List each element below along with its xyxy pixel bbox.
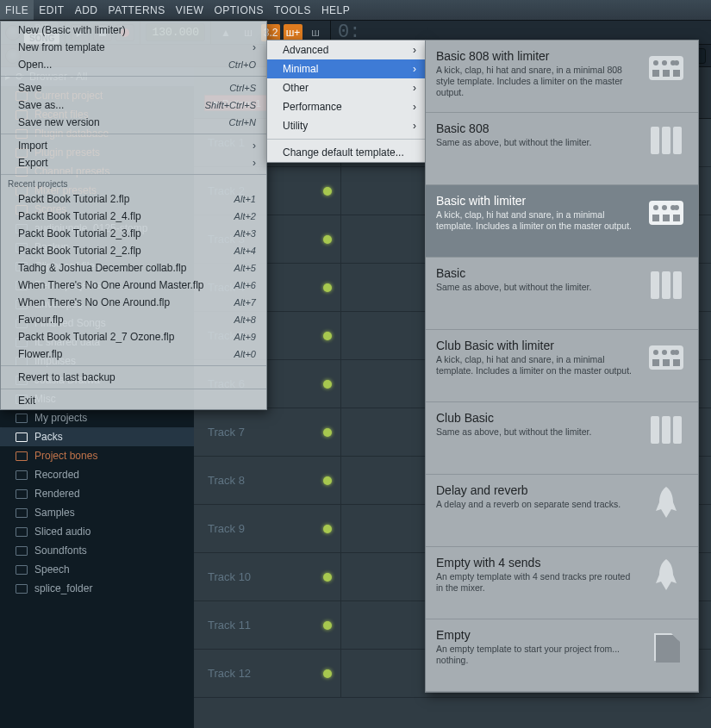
loop-icon[interactable]: ш xyxy=(306,24,325,41)
menu-item-label: Save xyxy=(18,82,41,94)
template-description: A kick, clap, hi hat and snare, in a min… xyxy=(436,209,636,232)
menu-item[interactable]: Tadhg & Joshua December collab.flpAlt+5 xyxy=(1,259,266,277)
template-title: Basic 808 xyxy=(436,121,636,135)
category-label: Change default template... xyxy=(283,146,404,159)
template-category-item[interactable]: Performance› xyxy=(267,97,425,116)
folder-icon xyxy=(16,470,28,480)
menu-shortcut: Alt+6 xyxy=(234,280,256,290)
menu-view[interactable]: VIEW xyxy=(171,0,209,20)
menu-item[interactable]: Packt Book Tutorial 2_2.flpAlt+4 xyxy=(1,242,266,259)
menu-edit[interactable]: EDIT xyxy=(34,0,69,20)
menu-add[interactable]: ADD xyxy=(70,0,103,20)
track-enable-dot[interactable] xyxy=(323,235,332,244)
template-title: Basic with limiter xyxy=(436,194,636,208)
menu-item[interactable]: SaveCtrl+S xyxy=(1,79,266,96)
blend-icon[interactable]: ш+ xyxy=(284,24,302,41)
template-item[interactable]: Club Basic with limiterA kick, clap, hi … xyxy=(426,330,698,402)
track-enable-dot[interactable] xyxy=(323,428,332,437)
browser-item[interactable]: Samples xyxy=(0,503,194,522)
category-label: Advanced xyxy=(283,44,328,56)
menu-item[interactable]: Packt Book Tutorial 2_4.flpAlt+2 xyxy=(1,208,266,225)
template-category-item[interactable]: Minimal› xyxy=(267,59,425,78)
menu-item[interactable]: Packt Book Tutorial 2.flpAlt+1 xyxy=(1,190,266,208)
track-enable-dot[interactable] xyxy=(323,573,332,582)
menu-item[interactable]: Revert to last backup xyxy=(1,369,266,386)
template-title: Empty xyxy=(436,628,636,642)
menu-item[interactable]: When There's No One Around Master.flpAlt… xyxy=(1,277,266,294)
menu-item[interactable]: Favour.flpAlt+8 xyxy=(1,311,266,328)
template-item[interactable]: Empty with 4 sendsAn empty template with… xyxy=(426,547,698,619)
browser-item[interactable]: Project bones xyxy=(0,446,194,465)
track-enable-dot[interactable] xyxy=(323,380,332,389)
menu-item[interactable]: Packt Book Tutorial 2_7 Ozone.flpAlt+9 xyxy=(1,328,266,345)
template-category-item[interactable]: Other› xyxy=(267,78,425,97)
menu-item-label: Open... xyxy=(18,59,52,71)
browser-item-label: Speech xyxy=(34,563,70,576)
menu-tools[interactable]: TOOLS xyxy=(269,0,316,20)
browser-item-label: Packs xyxy=(34,431,63,443)
menu-shortcut: Alt+2 xyxy=(234,211,256,221)
template-item[interactable]: Club BasicSame as above, but without the… xyxy=(426,402,698,475)
template-thumb-icon xyxy=(645,556,688,594)
template-item[interactable]: Basic 808 with limiterA kick, clap, hi h… xyxy=(426,40,698,113)
menu-item[interactable]: New from template› xyxy=(1,39,266,56)
menu-item[interactable]: Save as...Shift+Ctrl+S xyxy=(1,96,266,114)
browser-item[interactable]: splice_folder xyxy=(0,579,194,598)
template-item[interactable]: Delay and reverbA delay and a reverb on … xyxy=(426,475,698,547)
menu-item[interactable]: Export› xyxy=(1,154,266,171)
track-enable-dot[interactable] xyxy=(323,525,332,533)
track-enable-dot[interactable] xyxy=(323,187,332,196)
template-item[interactable]: BasicSame as above, but without the limi… xyxy=(426,258,698,330)
template-item[interactable]: Basic 808Same as above, but without the … xyxy=(426,113,698,185)
template-item[interactable]: EmptyAn empty template to start your pro… xyxy=(426,619,698,692)
template-category-item[interactable]: Utility› xyxy=(267,116,425,135)
template-description: Same as above, but without the limiter. xyxy=(436,282,636,293)
menu-item-label: Packt Book Tutorial 2.flp xyxy=(18,193,129,205)
menu-item[interactable]: Open...Ctrl+O xyxy=(1,56,266,73)
menu-item-label: When There's No One Around.flp xyxy=(18,296,170,308)
template-category-item[interactable]: Change default template... xyxy=(267,143,425,162)
browser-item[interactable]: Sliced audio xyxy=(0,522,194,541)
menu-item[interactable]: Flower.flpAlt+0 xyxy=(1,345,266,363)
submenu-arrow-icon: › xyxy=(413,44,416,56)
menu-item[interactable]: Import› xyxy=(1,137,266,154)
category-label: Other xyxy=(283,82,309,94)
menu-shortcut: Alt+8 xyxy=(234,314,256,325)
template-category-item[interactable]: Advanced› xyxy=(267,40,425,59)
menu-item[interactable]: Packt Book Tutorial 2_3.flpAlt+3 xyxy=(1,225,266,242)
menu-separator xyxy=(1,389,266,389)
menu-file[interactable]: FILE xyxy=(0,0,34,20)
browser-item[interactable]: My projects xyxy=(0,408,194,427)
browser-item[interactable]: Recorded xyxy=(0,465,194,484)
submenu-arrow-icon: › xyxy=(413,63,416,75)
track-enable-dot[interactable] xyxy=(323,621,332,630)
menu-shortcut: Alt+3 xyxy=(234,228,256,239)
template-thumb-icon xyxy=(645,121,688,159)
menu-options[interactable]: OPTIONS xyxy=(209,0,269,20)
template-description: A kick, clap, hi hat and snare, in a min… xyxy=(436,65,636,98)
template-title: Basic xyxy=(436,266,636,280)
track-enable-dot[interactable] xyxy=(323,283,332,292)
template-description: An empty template to start your project … xyxy=(436,644,636,666)
template-title: Empty with 4 sends xyxy=(436,556,636,569)
menu-help[interactable]: HELP xyxy=(316,0,355,20)
browser-item[interactable]: Packs xyxy=(0,427,194,446)
browser-item-label: Rendered xyxy=(34,488,80,500)
template-thumb-icon xyxy=(645,49,688,87)
template-item[interactable]: Basic with limiterA kick, clap, hi hat a… xyxy=(426,185,698,258)
menu-item[interactable]: When There's No One Around.flpAlt+7 xyxy=(1,294,266,311)
browser-item[interactable]: Speech xyxy=(0,560,194,579)
menu-item[interactable]: Save new versionCtrl+N xyxy=(1,114,266,131)
track-enable-dot[interactable] xyxy=(323,332,332,340)
menu-item[interactable]: Exit xyxy=(1,392,266,409)
browser-item[interactable]: Rendered xyxy=(0,484,194,503)
track-enable-dot[interactable] xyxy=(323,476,332,485)
menu-section-label: Recent projects xyxy=(1,177,266,190)
track-enable-dot[interactable] xyxy=(323,669,332,678)
browser-item[interactable]: Soundfonts xyxy=(0,541,194,560)
template-title: Club Basic xyxy=(436,411,636,425)
menu-item-label: Export xyxy=(18,157,48,169)
menu-item[interactable]: New (Basic with limiter) xyxy=(1,22,266,39)
menu-patterns[interactable]: PATTERNS xyxy=(103,0,171,20)
menu-separator xyxy=(1,76,266,77)
